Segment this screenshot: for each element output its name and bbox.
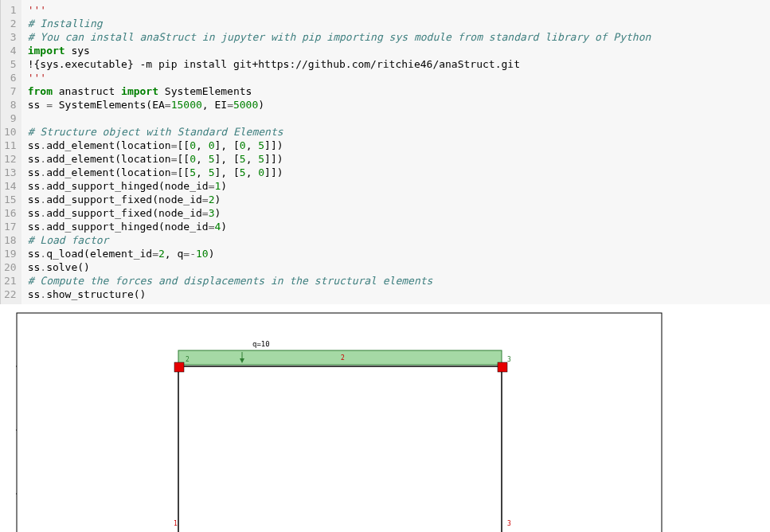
code-content[interactable]: '''# Installing# You can install anaStru… — [21, 0, 770, 304]
line-number: 1 — [4, 3, 17, 17]
node-label-3: 3 — [507, 356, 511, 363]
code-line[interactable]: ss.add_support_fixed(node_id=2) — [28, 193, 764, 206]
plot-output: 5 4 3 q=10 2 3 2 1 3 — [0, 304, 770, 532]
line-number: 20 — [4, 260, 17, 274]
line-number: 11 — [4, 139, 17, 152]
structure-plot: 5 4 3 q=10 2 3 2 1 3 — [16, 312, 663, 532]
q-load-label: q=10 — [252, 340, 270, 348]
code-line[interactable]: ss.add_support_fixed(node_id=3) — [28, 206, 764, 220]
element-label-1: 1 — [174, 520, 178, 527]
code-line[interactable]: ''' — [28, 71, 764, 84]
line-number: 14 — [4, 179, 17, 193]
code-line[interactable]: # You can install anaStruct in jupyter w… — [28, 30, 764, 44]
line-number: 19 — [4, 247, 17, 260]
code-line[interactable]: # Installing — [28, 17, 764, 30]
code-line[interactable]: ss.q_load(element_id=2, q=-10) — [28, 247, 764, 260]
line-number: 5 — [4, 57, 17, 71]
code-line[interactable]: # Load factor — [28, 233, 764, 247]
line-number: 17 — [4, 220, 17, 233]
code-line[interactable]: ss = SystemElements(EA=15000, EI=5000) — [28, 98, 764, 111]
code-line[interactable]: !{sys.executable} -m pip install git+htt… — [28, 57, 764, 71]
code-line[interactable]: ss.add_element(location=[[0, 0], [0, 5]]… — [28, 139, 764, 152]
line-number: 8 — [4, 98, 17, 111]
line-number: 21 — [4, 274, 17, 288]
code-line[interactable] — [28, 111, 764, 125]
code-line[interactable]: from anastruct import SystemElements — [28, 84, 764, 98]
element-label-3: 3 — [507, 520, 511, 527]
code-line[interactable]: ss.add_support_hinged(node_id=1) — [28, 179, 764, 193]
code-line[interactable]: ss.solve() — [28, 260, 764, 274]
code-line[interactable]: # Compute the forces and displacements i… — [28, 274, 764, 288]
line-number-gutter: 12345678910111213141516171819202122 — [1, 0, 21, 304]
code-editor[interactable]: 12345678910111213141516171819202122 '''#… — [0, 0, 770, 304]
element-label-2: 2 — [341, 354, 345, 362]
line-number: 2 — [4, 17, 17, 30]
code-line[interactable]: ''' — [28, 3, 764, 17]
fixed-support-node3 — [498, 362, 507, 372]
code-line[interactable]: ss.add_support_hinged(node_id=4) — [28, 220, 764, 233]
line-number: 13 — [4, 166, 17, 179]
code-line[interactable]: ss.add_element(location=[[5, 5], [5, 0]]… — [28, 166, 764, 179]
line-number: 3 — [4, 30, 17, 44]
line-number: 12 — [4, 152, 17, 166]
line-number: 15 — [4, 193, 17, 206]
line-number: 16 — [4, 206, 17, 220]
line-number: 18 — [4, 233, 17, 247]
line-number: 22 — [4, 288, 17, 301]
node-label-2: 2 — [186, 356, 190, 363]
line-number: 6 — [4, 71, 17, 84]
fixed-support-node2 — [174, 362, 184, 372]
line-number: 7 — [4, 84, 17, 98]
code-line[interactable]: import sys — [28, 44, 764, 57]
code-line[interactable]: ss.show_structure() — [28, 288, 764, 301]
q-load-rect — [178, 350, 502, 365]
line-number: 4 — [4, 44, 17, 57]
line-number: 9 — [4, 111, 17, 125]
code-line[interactable]: ss.add_element(location=[[0, 5], [5, 5]]… — [28, 152, 764, 166]
code-line[interactable]: # Structure object with Standard Element… — [28, 125, 764, 139]
line-number: 10 — [4, 125, 17, 139]
plot-frame — [17, 313, 662, 532]
